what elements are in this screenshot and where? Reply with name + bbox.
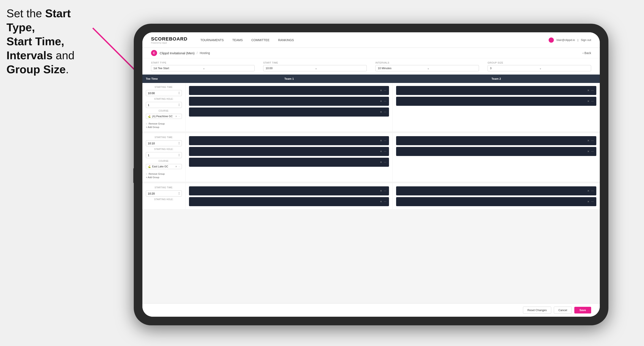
group-1-team1-player3-remove[interactable]: ✕ — [380, 111, 382, 114]
group-1-course-stepper[interactable]: ⌄ — [178, 116, 180, 117]
start-type-select[interactable]: 1st Tee Start ⌄ — [151, 65, 254, 71]
group-3-time-stepper[interactable]: ▲ ▼ — [178, 192, 180, 195]
group-size-arrow-icon: ⌄ — [539, 67, 589, 70]
group-2-team1-p2-menu[interactable]: ⋯ — [384, 150, 386, 153]
group-2-team2-p1-menu[interactable]: ⋯ — [591, 139, 594, 142]
group-1-hole-down[interactable]: ▼ — [178, 105, 180, 107]
group-2-team1-p1-actions: ✕ ⋯ — [380, 139, 386, 142]
group-1-team1-player2: ✕ ⋯ — [189, 97, 389, 106]
group-2-team1-p2-remove[interactable]: ✕ — [380, 150, 382, 153]
group-3-time-down[interactable]: ▼ — [178, 193, 180, 195]
group-3-team2-p1-actions: ✕ ⋯ — [587, 189, 594, 192]
tablet-bezel: SCOREBOARD Powered by clippd TOURNAMENTS… — [134, 24, 608, 325]
group-3-team2-p1-remove[interactable]: ✕ — [587, 189, 590, 192]
group-1-add-label: + Add Group — [146, 126, 159, 128]
group-size-value: 3 — [490, 67, 539, 70]
group-2-course-name: East Lake GC — [152, 165, 174, 168]
breadcrumb-sep: / — [197, 51, 198, 55]
group-1-time-down[interactable]: ▼ — [178, 93, 180, 95]
group-2-hole-stepper[interactable]: ▲ ▼ — [178, 153, 180, 157]
group-2-team1-p3-actions: ✕ ⋯ — [380, 161, 386, 164]
group-1-remove-link[interactable]: ○ Remove Group — [146, 122, 182, 125]
instruction-text: Set the Start Type, Start Time, Interval… — [6, 6, 97, 76]
th-team2: Team 2 — [393, 75, 600, 83]
group-3-team2-p2-remove[interactable]: ✕ — [587, 200, 590, 203]
group-2-team2-p2-menu[interactable]: ⋯ — [591, 150, 594, 153]
group-2-time-stepper[interactable]: ▲ ▼ — [178, 142, 180, 145]
group-3-team2-p2-menu[interactable]: ⋯ — [591, 200, 594, 203]
th-tee-time: Tee Time — [142, 75, 186, 83]
instruction-and: and — [53, 49, 74, 62]
nav-tournaments[interactable]: TOURNAMENTS — [200, 37, 224, 43]
instruction-bold-start-time: Start Time, — [6, 35, 64, 48]
nav-rankings[interactable]: RANKINGS — [278, 37, 294, 43]
logo-area: SCOREBOARD Powered by clippd — [151, 36, 188, 44]
group-1-course-tag: ⛳ (A) Peachtree GC ✕ ⌄ — [146, 114, 182, 119]
group-3-hole-label: STARTING HOLE: — [146, 198, 182, 200]
group-3-team1-player2: ✕ ⋯ — [189, 197, 389, 206]
group-1-team1-player3-menu[interactable]: ⋯ — [384, 111, 386, 114]
group-1-team2-player2-remove[interactable]: ✕ — [587, 100, 590, 103]
group-1-hole-stepper[interactable]: ▲ ▼ — [178, 103, 180, 107]
group-3-team1-p1-remove[interactable]: ✕ — [380, 189, 382, 192]
group-2-team1-p3-menu[interactable]: ⋯ — [384, 161, 386, 164]
group-1-hole-input[interactable]: 1 ▲ ▼ — [146, 102, 182, 108]
group-1-starting-time-input[interactable]: 10:00 ▲ ▼ — [146, 90, 182, 96]
start-time-select[interactable]: 10:00 ⌄ — [263, 65, 367, 71]
sub-header-logo: C — [151, 50, 157, 56]
group-1-team2-player1-remove[interactable]: ✕ — [587, 89, 590, 92]
group-1-team1-player1-actions: ✕ ⋯ — [380, 89, 386, 92]
group-2-team1-p3-remove[interactable]: ✕ — [380, 161, 382, 164]
intervals-select[interactable]: 10 Minutes ⌄ — [376, 65, 479, 71]
group-2-remove-link[interactable]: ○ Remove Group — [146, 173, 182, 175]
sign-out-link[interactable]: Sign out — [581, 38, 591, 42]
group-2-team2-p1-remove[interactable]: ✕ — [587, 139, 590, 142]
group-1-time-stepper[interactable]: ▲ ▼ — [178, 91, 180, 95]
group-2-starting-time-input[interactable]: 10:10 ▲ ▼ — [146, 140, 182, 146]
group-3-team2-p1-menu[interactable]: ⋯ — [591, 189, 594, 192]
group-1-team2-player2: ✕ ⋯ — [396, 97, 596, 106]
group-1-team1-player1-remove[interactable]: ✕ — [380, 89, 382, 92]
group-3-team1: ✕ ⋯ ✕ ⋯ — [186, 183, 393, 209]
back-button[interactable]: ‹ Back — [582, 51, 591, 55]
group-1-team2-player1-menu[interactable]: ⋯ — [591, 89, 594, 92]
group-2-hole-down[interactable]: ▼ — [178, 155, 180, 157]
user-avatar — [549, 37, 554, 43]
group-3-starting-time-input[interactable]: 10:20 ▲ ▼ — [146, 190, 182, 196]
nav-teams[interactable]: TEAMS — [232, 37, 243, 43]
group-size-select[interactable]: 3 ⌄ — [488, 65, 591, 71]
group-1-team1-player2-menu[interactable]: ⋯ — [384, 100, 386, 103]
group-3-team1-p2-menu[interactable]: ⋯ — [384, 200, 386, 203]
start-type-label: Start Type — [151, 61, 254, 64]
group-2-team1-p1-menu[interactable]: ⋯ — [384, 139, 386, 142]
group-1-team2-player2-menu[interactable]: ⋯ — [591, 100, 594, 103]
group-1-add-link[interactable]: + Add Group — [146, 126, 182, 128]
group-2-team2-p2-remove[interactable]: ✕ — [587, 150, 590, 153]
group-2-add-link[interactable]: + Add Group — [146, 176, 182, 178]
group-1-team1: ✕ ⋯ ✕ ⋯ ✕ ⋯ — [186, 83, 393, 131]
group-size-group: Group Size 3 ⌄ — [488, 61, 591, 71]
group-2-course-stepper[interactable]: ⌄ — [178, 166, 180, 168]
instruction-period: . — [66, 63, 68, 76]
group-1-course-remove[interactable]: ✕ — [175, 115, 177, 118]
group-3-team2-player2: ✕ ⋯ — [396, 197, 596, 206]
group-3-team1-p1-menu[interactable]: ⋯ — [384, 189, 386, 192]
controls-bar: Start Type 1st Tee Start ⌄ Start Time 10… — [142, 58, 600, 75]
nav-committee[interactable]: COMMITTEE — [251, 37, 270, 43]
group-2-time-down[interactable]: ▼ — [178, 143, 180, 145]
group-2-hole-input[interactable]: 1 ▲ ▼ — [146, 152, 182, 158]
start-time-label: Start Time — [263, 61, 367, 64]
save-button[interactable]: Save — [574, 307, 591, 314]
group-2-team2-p2-actions: ✕ ⋯ — [587, 150, 594, 153]
cancel-button[interactable]: Cancel — [554, 307, 572, 314]
group-1-team1-player1-menu[interactable]: ⋯ — [384, 89, 386, 92]
group-3-team1-p2-remove[interactable]: ✕ — [380, 200, 382, 203]
reset-button[interactable]: Reset Changes — [523, 307, 552, 314]
group-1-team2-player1: ✕ ⋯ — [396, 86, 596, 95]
instruction-bold-group-size: Group Size — [6, 63, 66, 76]
tournament-title: Clippd Invitational (Men) — [160, 51, 194, 55]
group-1-team1-player2-remove[interactable]: ✕ — [380, 100, 382, 103]
nav-separator: | — [578, 38, 578, 42]
group-2-course-remove[interactable]: ✕ — [175, 165, 177, 168]
group-2-team1-p1-remove[interactable]: ✕ — [380, 139, 382, 142]
